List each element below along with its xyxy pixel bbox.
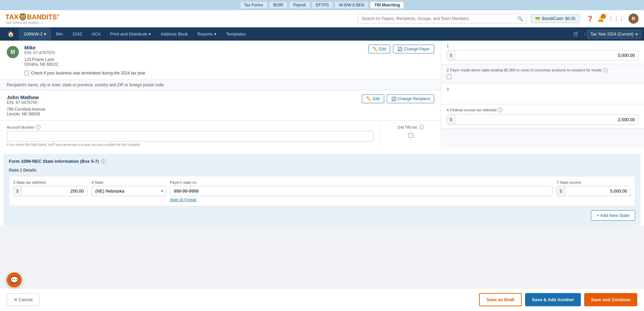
top-navigation: Tax Forms BOIR Payroll EFTPS W-9/W-8 BEN… <box>0 0 644 10</box>
tin-checkbox[interactable] <box>408 133 413 138</box>
field-2-info-icon[interactable]: i <box>603 68 608 72</box>
user-avatar[interactable]: R <box>628 14 639 24</box>
account-hint: If you leave this field blank, we'll aut… <box>7 143 373 147</box>
top-nav-eftps[interactable]: EFTPS <box>312 1 333 9</box>
top-nav-boir[interactable]: BOIR <box>269 1 288 9</box>
change-payer-label: Change Payer <box>404 47 430 51</box>
field-5-input-wrap: $ <box>13 186 88 196</box>
payers-state-no-input[interactable] <box>170 186 552 196</box>
state-details-row: 5 State tax withheld $ 6 State (NE) Nebr… <box>9 176 635 206</box>
nav-print-label: Print and Distribute <box>110 31 148 37</box>
payer-edit-button[interactable]: ✏️ Edit <box>368 45 391 53</box>
nav-1099-chevron: ▾ <box>44 31 46 37</box>
account-info-icon[interactable]: i <box>36 125 41 130</box>
nav-94x[interactable]: 94x <box>51 27 68 41</box>
logo-trademark: ® <box>57 14 59 17</box>
add-new-state-button[interactable]: + Add New State <box>591 210 635 221</box>
two-column-layout: M Mike EIN: 67-8787970 123 Prairie Lane … <box>0 41 644 151</box>
help-icon[interactable]: ❓ <box>587 16 593 22</box>
top-nav-tin-matching[interactable]: TIN Matching <box>370 1 404 9</box>
terminated-label: Check if your business was terminated du… <box>31 71 145 75</box>
payer-address-line2: Omaha, NE 68102 <box>24 62 363 67</box>
terminated-checkbox[interactable] <box>24 71 29 75</box>
bandit-cash[interactable]: 💳 BanditCash: $0.00 <box>531 14 580 23</box>
nav-address-book[interactable]: Address Book <box>156 27 193 41</box>
payer-address-line1: 123 Prairie Lane <box>24 57 363 62</box>
nav-reports[interactable]: Reports ▾ <box>193 27 221 41</box>
account-field: Account Number i If you leave this field… <box>7 125 380 147</box>
recipient-address: 789 Cornfield Avenue Lincoln, NE 68508 <box>7 107 46 116</box>
recipient-address-line1: 789 Cornfield Avenue <box>7 107 46 112</box>
tin-not-field: 2nd TIN not. i <box>380 125 434 147</box>
nav-print-distribute[interactable]: Print and Distribute ▾ <box>105 27 156 41</box>
nav-1042[interactable]: 1042 <box>68 27 87 41</box>
header-icons: ❓ 🔔 1 ⋮⋮⋮ R <box>587 14 639 24</box>
change-recipient-label: Change Recipient <box>398 96 430 101</box>
recipient-edit-button[interactable]: ✏️ Edit <box>362 94 384 103</box>
nav-reports-label: Reports <box>197 31 213 37</box>
logo-tax: TAX <box>5 13 19 21</box>
nav-aca[interactable]: ACA <box>87 27 105 41</box>
field-7-input[interactable] <box>565 186 630 196</box>
account-label: Account Number i <box>7 125 373 130</box>
field-5-input[interactable] <box>22 186 87 196</box>
change-payer-button[interactable]: 🔄 Change Payer <box>393 45 434 53</box>
apps-icon[interactable]: ⋮⋮⋮ <box>608 16 624 22</box>
top-nav-w9[interactable]: W-9/W-8 BEN <box>335 1 369 9</box>
recipient-edit-icon: ✏️ <box>366 96 371 101</box>
cart-icon[interactable]: 🛒 <box>569 27 583 41</box>
recipient-address-line2: Lincoln, NE 68508 <box>7 112 46 116</box>
change-recipient-button[interactable]: 🔄 Change Recipient <box>387 94 434 103</box>
payer-ein: EIN: 67-8787970 <box>24 50 363 55</box>
state-label: 6 State <box>92 180 166 184</box>
tax-year-chevron: ▾ <box>636 32 638 37</box>
field-3-number: 3 <box>447 87 639 91</box>
form-container: M Mike EIN: 67-8787970 123 Prairie Lane … <box>0 41 644 225</box>
state-select[interactable]: (NE) Nebraska <box>92 186 166 196</box>
recipient-header: Recipient's name, city or town, state or… <box>0 80 441 90</box>
field-5-dollar-sign: $ <box>14 186 22 196</box>
nav-templates[interactable]: Templates <box>221 27 251 41</box>
state-id-format-link[interactable]: State ID Format <box>170 198 552 202</box>
nav-divider: | <box>583 28 587 40</box>
field-1-input[interactable] <box>455 50 638 60</box>
field-4-input-wrap: $ <box>447 114 639 125</box>
field-4-input[interactable] <box>455 115 638 125</box>
search-input[interactable] <box>362 16 517 21</box>
add-state-row: + Add New State <box>9 210 635 221</box>
tin-info-icon[interactable]: i <box>419 125 424 130</box>
tin-label: 2nd TIN not. i <box>397 125 424 130</box>
state-details-label: State 1 Details <box>9 168 635 173</box>
nav-home[interactable]: 🏠 <box>3 27 19 41</box>
top-nav-tax-forms[interactable]: Tax Forms <box>240 1 268 9</box>
notification-icon[interactable]: 🔔 1 <box>597 16 604 22</box>
field-1-input-wrap: $ <box>447 50 639 61</box>
account-number-input[interactable] <box>7 131 373 141</box>
change-payer-icon: 🔄 <box>397 47 402 51</box>
recipient-info: John Mathew EIN: 87-6678765 789 Cornfiel… <box>7 94 46 116</box>
change-recipient-icon: 🔄 <box>391 96 396 101</box>
field-2-checkbox[interactable] <box>447 74 451 79</box>
state-section-info-icon[interactable]: i <box>101 159 106 164</box>
field-4-container: 4 Federal income tax withheld i $ <box>441 104 644 129</box>
nav-1099-label: 1099/W-2 <box>24 31 43 37</box>
recipient-header-label: Recipient's name, city or town, state or… <box>7 83 164 87</box>
recipient-edit-label: Edit <box>373 96 380 101</box>
payers-state-no-field: Payer's state no State ID Format <box>170 180 552 202</box>
nav-1099-w2[interactable]: 1099/W-2 ▾ <box>19 27 51 41</box>
bandit-cash-label: BanditCash: $0.00 <box>542 16 575 21</box>
search-box[interactable]: 🔍 <box>358 14 527 23</box>
field-4-info-icon[interactable]: i <box>498 108 502 112</box>
field-2-container: 2 Payer made direct sales totaling $5,00… <box>441 64 644 84</box>
logo-subtitle: Your 1099 & W2 Experts — <box>5 21 59 24</box>
tax-year-selector[interactable]: Tax Year 2024 (Current) ▾ <box>587 30 641 39</box>
state-field-7: 7 State income $ <box>556 180 631 196</box>
app-header: TAX🦁BANDITS® Your 1099 & W2 Experts — 🔍 … <box>0 10 644 27</box>
top-nav-payroll[interactable]: Payroll <box>289 1 310 9</box>
payer-name: Mike <box>24 45 363 50</box>
recipient-actions: ✏️ Edit 🔄 Change Recipient <box>362 94 434 103</box>
recipient-ein: EIN: 87-6678765 <box>7 100 46 105</box>
notification-badge: 1 <box>601 14 606 19</box>
right-column: 1 $ 2 Payer made direct sales totaling $… <box>441 41 644 151</box>
field-1-dollar-sign: $ <box>447 50 455 60</box>
